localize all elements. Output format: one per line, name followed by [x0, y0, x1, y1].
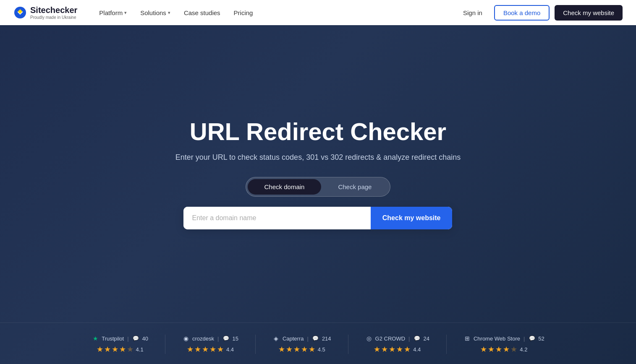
chevron-down-icon: ▾ — [168, 10, 170, 16]
rating-g2crowd: ◎ G2 CROWD | 💬 24 ★ ★ ★ ★ ★ 4.4 — [348, 335, 447, 354]
review-count: 40 — [142, 335, 148, 342]
header: Sitechecker Proudly made in Ukraine Plat… — [0, 0, 636, 25]
review-count: 15 — [232, 335, 238, 342]
logo-name: Sitechecker — [30, 5, 77, 15]
rating-chrome-web-store: ⊞ Chrome Web Store | 💬 52 ★ ★ ★ ★ ★ 4.2 — [447, 335, 561, 354]
logo-sub: Proudly made in Ukraine — [30, 15, 77, 20]
platform-name: Chrome Web Store — [474, 335, 520, 342]
header-left: Sitechecker Proudly made in Ukraine Plat… — [13, 5, 258, 20]
hero-section: URL Redirect Checker Enter your URL to c… — [0, 0, 636, 364]
nav-platform[interactable]: Platform ▾ — [94, 6, 132, 20]
platform-name: Trustpilot — [102, 335, 124, 342]
search-bar: Check my website — [183, 207, 452, 229]
check-website-button[interactable]: Check my website — [555, 5, 623, 21]
signin-button[interactable]: Sign in — [456, 6, 489, 20]
search-submit-button[interactable]: Check my website — [371, 207, 453, 229]
nav-pricing[interactable]: Pricing — [229, 6, 258, 20]
review-count: 214 — [322, 335, 331, 342]
hero-title: URL Redirect Checker — [190, 118, 446, 145]
logo-icon — [13, 6, 27, 19]
rating-header: ◉ crozdesk | 💬 15 — [182, 335, 238, 342]
platform-name: crozdesk — [192, 335, 214, 342]
domain-search-input[interactable] — [183, 207, 370, 229]
trustpilot-icon: ★ — [92, 335, 99, 342]
rating-trustpilot: ★ Trustpilot | 💬 40 ★ ★ ★ ★ ★ 4.1 — [75, 335, 165, 354]
rating-capterra: ◈ Capterra | 💬 214 ★ ★ ★ ★ ★ 4.5 — [256, 335, 348, 354]
star-rating: ★ ★ ★ ★ ★ 4.5 — [278, 345, 325, 354]
reviews-icon: 💬 — [528, 335, 536, 342]
header-right: Sign in Book a demo Check my website — [456, 5, 623, 21]
check-domain-toggle[interactable]: Check domain — [248, 179, 322, 195]
book-demo-button[interactable]: Book a demo — [494, 5, 550, 21]
chevron-down-icon: ▾ — [124, 10, 127, 16]
platform-name: Capterra — [283, 335, 304, 342]
rating-header: ◎ G2 CROWD | 💬 24 — [365, 335, 429, 342]
rating-crozdesk: ◉ crozdesk | 💬 15 ★ ★ ★ ★ ★ 4.4 — [165, 335, 256, 354]
logo[interactable]: Sitechecker Proudly made in Ukraine — [13, 5, 77, 20]
platform-name: G2 CROWD — [375, 335, 406, 342]
star-rating: ★ ★ ★ ★ ★ 4.2 — [480, 345, 527, 354]
hero-subtitle: Enter your URL to check status codes, 30… — [175, 153, 461, 162]
rating-header: ⊞ Chrome Web Store | 💬 52 — [463, 335, 544, 342]
g2-icon: ◎ — [365, 335, 373, 342]
chrome-icon: ⊞ — [463, 335, 471, 342]
reviews-icon: 💬 — [413, 335, 421, 342]
review-count: 52 — [538, 335, 544, 342]
ratings-bar: ★ Trustpilot | 💬 40 ★ ★ ★ ★ ★ 4.1 ◉ croz… — [0, 322, 636, 364]
hero-content: URL Redirect Checker Enter your URL to c… — [167, 25, 469, 322]
nav-case-studies[interactable]: Case studies — [179, 6, 225, 20]
star-rating: ★ ★ ★ ★ ★ 4.4 — [374, 345, 421, 354]
main-nav: Platform ▾ Solutions ▾ Case studies Pric… — [94, 6, 258, 20]
nav-solutions[interactable]: Solutions ▾ — [135, 6, 175, 20]
star-rating: ★ ★ ★ ★ ★ 4.4 — [187, 345, 234, 354]
crozdesk-icon: ◉ — [182, 335, 190, 342]
rating-header: ★ Trustpilot | 💬 40 — [92, 335, 148, 342]
capterra-icon: ◈ — [272, 335, 280, 342]
star-rating: ★ ★ ★ ★ ★ 4.1 — [97, 345, 144, 354]
logo-text: Sitechecker Proudly made in Ukraine — [30, 5, 77, 20]
rating-header: ◈ Capterra | 💬 214 — [272, 335, 331, 342]
reviews-icon: 💬 — [132, 335, 140, 342]
check-type-toggle: Check domain Check page — [246, 177, 391, 197]
check-page-toggle[interactable]: Check page — [321, 179, 388, 195]
reviews-icon: 💬 — [222, 335, 230, 342]
review-count: 24 — [423, 335, 429, 342]
reviews-icon: 💬 — [312, 335, 319, 342]
